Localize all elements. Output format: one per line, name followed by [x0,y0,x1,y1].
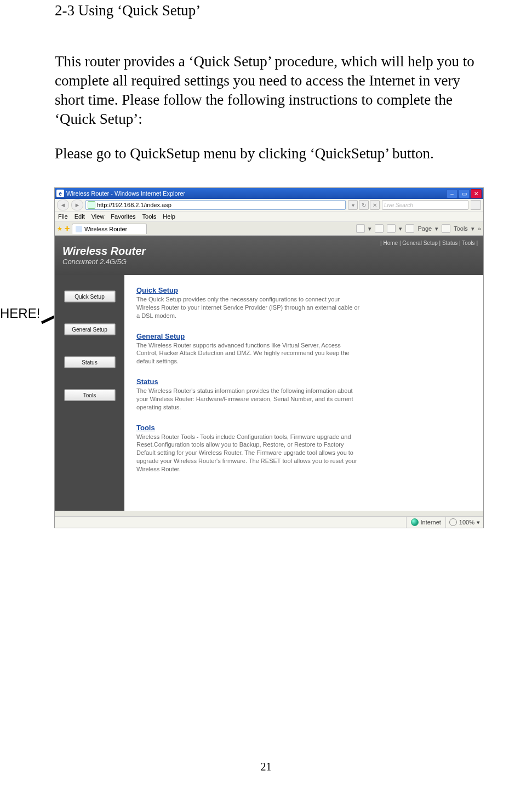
intro-paragraph: This router provides a ‘Quick Setup’ pro… [55,52,477,129]
section-status: Status The Wireless Router's status info… [136,378,461,412]
ie-icon: e [56,190,64,197]
page-footer-strip [55,511,483,516]
address-bar[interactable]: http://192.168.2.1/index.asp [85,200,346,210]
stop-button[interactable]: ✕ [370,200,380,210]
tab-tools: ▾ ▾ Page▾ Tools▾ » [356,224,481,233]
zoom-control[interactable]: 100% ▾ [445,517,483,528]
zoom-icon [449,518,457,526]
here-callout: HERE! [0,306,40,321]
desc-general-setup: The Wireless Router supports advanced fu… [136,341,361,366]
page-menu[interactable]: Page [417,225,432,232]
toolbar-chevron-icon[interactable]: » [478,225,481,232]
globe-icon [411,518,419,526]
page-menu-icon[interactable] [405,224,414,233]
link-general-setup[interactable]: General Setup [136,332,461,340]
search-field[interactable]: Live Search [382,200,468,210]
router-title: Wireless Router [62,245,146,258]
screenshot-figure: e Wireless Router - Windows Internet Exp… [54,187,484,528]
sidebar-general-setup-button[interactable]: General Setup [64,323,116,335]
add-favorite-icon[interactable]: ✚ [65,225,70,232]
tab-label: Wireless Router [84,226,127,232]
zoom-dropdown-icon: ▾ [477,519,480,526]
sidebar-tools-button[interactable]: Tools [64,389,116,401]
section-general-setup: General Setup The Wireless Router suppor… [136,332,461,366]
tools-menu-icon[interactable] [442,224,450,233]
refresh-button[interactable]: ↻ [359,200,369,210]
window-minimize-button[interactable]: – [447,189,457,198]
menu-help[interactable]: Help [163,213,175,220]
forward-button[interactable]: ► [71,199,83,210]
address-text: http://192.168.2.1/index.asp [97,202,171,208]
nav-row: ◄ ► http://192.168.2.1/index.asp ▾ ↻ ✕ L… [55,199,483,212]
router-header: Wireless Router Concurrent 2.4G/5G | Hom… [55,236,483,275]
tools-menu[interactable]: Tools [454,225,468,232]
menu-view[interactable]: View [91,213,105,220]
link-quick-setup[interactable]: Quick Setup [136,286,461,294]
tab-wireless-router[interactable]: Wireless Router [72,224,147,234]
print-icon[interactable] [387,224,396,233]
section-quick-setup: Quick Setup The Quick Setup provides onl… [136,286,461,320]
page-number: 21 [0,761,532,773]
window-titlebar: e Wireless Router - Windows Internet Exp… [55,188,483,199]
desc-tools: Wireless Router Tools - Tools include Co… [136,433,361,473]
sidebar-quick-setup-button[interactable]: Quick Setup [64,290,116,302]
desc-quick-setup: The Quick Setup provides only the necess… [136,295,361,320]
window-title: Wireless Router - Windows Internet Explo… [66,190,185,197]
zoom-value: 100% [459,519,474,526]
feed-icon[interactable] [375,224,384,233]
page-icon [88,201,95,209]
search-button[interactable] [471,200,481,210]
zone-indicator[interactable]: Internet [406,517,445,528]
sidebar: Quick Setup General Setup Status Tools [55,275,124,511]
section-heading: 2-3 Using ‘Quick Setup’ [55,2,477,19]
tab-favicon [76,226,82,232]
window-close-button[interactable]: ✕ [471,189,482,198]
menu-file[interactable]: File [58,213,68,220]
instruction-paragraph: Please go to QuickSetup menu by clicking… [55,145,477,162]
tab-bar: ★ ✚ Wireless Router ▾ ▾ Page▾ Tools▾ » [55,222,483,236]
sidebar-status-button[interactable]: Status [64,356,116,368]
link-tools[interactable]: Tools [136,424,461,432]
zone-label: Internet [421,519,441,526]
status-bar: Internet 100% ▾ [55,516,483,528]
window-maximize-button[interactable]: ▭ [459,189,470,198]
address-dropdown-button[interactable]: ▾ [348,200,358,210]
menu-favorites[interactable]: Favorites [111,213,135,220]
router-header-links[interactable]: | Home | General Setup | Status | Tools … [380,240,478,246]
router-subtitle: Concurrent 2.4G/5G [62,258,146,266]
desc-status: The Wireless Router's status information… [136,387,361,412]
section-tools: Tools Wireless Router Tools - Tools incl… [136,424,461,473]
menu-tools[interactable]: Tools [142,213,157,220]
home-icon[interactable] [356,224,365,233]
menu-bar: File Edit View Favorites Tools Help [55,212,483,222]
menu-edit[interactable]: Edit [75,213,85,220]
favorites-star-icon[interactable]: ★ [57,225,62,232]
back-button[interactable]: ◄ [57,199,69,210]
link-status[interactable]: Status [136,378,461,386]
main-content: Quick Setup The Quick Setup provides onl… [124,275,483,511]
